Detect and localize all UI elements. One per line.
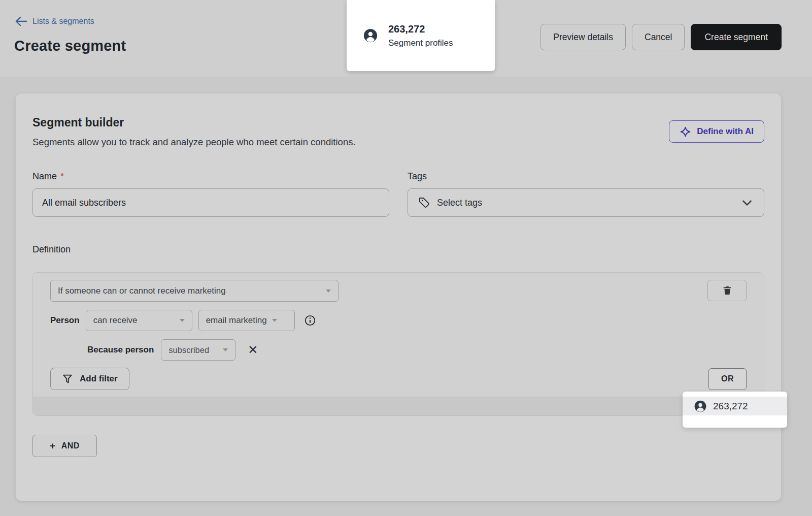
rule-select-value: If someone can or cannot receive marketi… [58,286,226,296]
segment-profiles-label: Segment profiles [388,38,453,48]
or-button[interactable]: OR [708,368,747,390]
person-icon [363,28,378,43]
reason-select[interactable]: subscribed [161,339,235,361]
dropdown-caret-icon [326,289,331,293]
sparkle-icon [680,126,691,138]
condition-count-spotlight: 263,272 [683,392,787,428]
add-filter-button[interactable]: Add filter [50,368,129,390]
delete-condition-button[interactable] [707,280,747,301]
rule-select[interactable]: If someone can or cannot receive marketi… [50,280,339,302]
back-link-label: Lists & segments [32,17,94,26]
chevron-down-icon [740,196,754,209]
segment-profiles-spotlight: 263,272 Segment profiles [347,0,495,71]
define-with-ai-label: Define with AI [697,126,754,137]
create-segment-button[interactable]: Create segment [691,24,782,50]
segment-builder-card: Segment builder Segments allow you to tr… [15,93,782,501]
builder-subtitle: Segments allow you to track and analyze … [32,137,356,148]
dropdown-caret-icon [272,319,277,322]
form-row: Name * Tags Select tags [32,171,764,217]
add-and-condition-button[interactable]: + AND [32,435,97,457]
person-label: Person [50,315,80,326]
reason-select-value: subscribed [168,345,209,355]
header-actions: Preview details Cancel Create segment [540,24,782,50]
and-label: AND [61,441,80,450]
tags-placeholder: Select tags [437,198,482,208]
info-icon[interactable] [304,314,316,327]
builder-header: Segment builder Segments allow you to tr… [32,116,764,148]
dropdown-caret-icon [180,319,185,322]
back-link[interactable]: Lists & segments [14,16,94,27]
builder-title: Segment builder [32,116,356,130]
definition-label: Definition [32,244,764,255]
plus-icon: + [50,440,56,452]
person-icon [694,400,707,413]
dropdown-caret-icon [223,348,228,351]
operator-select-value: can receive [93,315,138,326]
channel-select[interactable]: email marketing [198,310,295,331]
funnel-icon [62,373,73,384]
name-input[interactable] [32,188,389,217]
tags-field: Tags Select tags [408,171,764,217]
trash-icon [722,285,733,296]
preview-details-button[interactable]: Preview details [540,24,626,50]
name-field: Name * [32,171,389,217]
condition-profile-count: 263,272 [713,401,748,412]
condition-group: If someone can or cannot receive marketi… [32,272,764,416]
define-with-ai-button[interactable]: Define with AI [669,120,764,143]
back-arrow-icon [14,16,27,27]
cancel-button[interactable]: Cancel [632,24,685,50]
channel-select-value: email marketing [206,315,267,326]
tags-label: Tags [408,171,427,182]
operator-select[interactable]: can receive [86,310,192,331]
profile-stats: 263,272 Segment profiles [388,23,453,48]
remove-filter-icon[interactable]: ✕ [246,344,260,356]
tags-select[interactable]: Select tags [408,188,764,217]
condition-count-band: 263,272 [683,397,787,415]
name-label: Name [32,171,57,182]
segment-profiles-count: 263,272 [388,23,453,35]
because-person-label: Because person [87,345,154,355]
required-asterisk: * [60,171,64,182]
add-filter-label: Add filter [80,374,118,384]
tag-icon [418,197,430,209]
condition-footer-bar [33,397,764,415]
page-title: Create segment [14,38,126,54]
create-segment-page: Lists & segments Create segment Preview … [0,0,812,516]
